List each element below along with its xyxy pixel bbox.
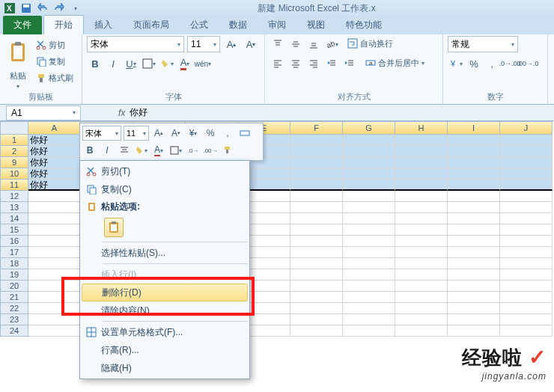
mini-fill-color-icon[interactable]: ▾ [134,143,149,158]
redo-icon[interactable] [52,1,66,15]
cell[interactable] [28,202,81,213]
cell[interactable] [290,146,343,157]
tab-review[interactable]: 审阅 [258,16,296,34]
cell[interactable] [500,157,553,168]
decrease-indent-icon[interactable] [323,55,340,72]
undo-icon[interactable] [36,1,49,15]
bold-button[interactable]: B [87,55,103,72]
cell[interactable] [343,314,395,325]
font-size-selector[interactable]: 11 ▾ [187,36,220,52]
cell[interactable] [343,258,395,269]
cell[interactable] [290,180,343,191]
cell[interactable] [28,281,81,292]
mini-percent-icon[interactable]: % [203,126,218,141]
fill-color-button[interactable]: ▾ [159,55,175,72]
cell[interactable] [290,191,343,202]
cell[interactable] [28,236,81,247]
menu-row-height[interactable]: 行高(R)... [82,341,248,359]
cell[interactable] [500,213,553,224]
cell[interactable] [28,269,81,281]
mini-comma-icon[interactable]: , [220,126,235,141]
align-middle-icon[interactable] [287,36,304,52]
cell[interactable] [500,247,553,258]
cell[interactable] [290,269,343,281]
tab-home[interactable]: 开始 [43,15,84,34]
cell[interactable] [448,269,500,281]
col-header[interactable]: A [28,121,81,135]
mini-font-selector[interactable]: 宋体▾ [82,126,121,141]
cell[interactable] [500,314,553,325]
cell[interactable] [290,236,343,247]
row-header[interactable]: 18 [0,258,28,269]
cell[interactable] [448,303,500,314]
align-left-icon[interactable] [270,55,286,72]
align-top-icon[interactable] [270,36,286,52]
menu-clear-contents[interactable]: 清除内容(N) [82,301,248,319]
menu-copy[interactable]: 复制(C) [82,180,248,198]
cell[interactable] [343,281,395,292]
paste-default-icon[interactable] [104,218,124,237]
row-header[interactable]: 19 [0,269,28,281]
cell[interactable] [28,303,81,314]
cell[interactable] [500,146,553,157]
cell[interactable] [28,314,81,325]
row-header[interactable]: 11 [0,180,28,191]
cell[interactable] [395,325,448,337]
cell[interactable] [448,281,500,292]
increase-decimal-icon[interactable]: .0→.00 [502,55,518,72]
cell[interactable] [500,168,553,180]
cell[interactable]: 你好 [28,146,81,157]
cell[interactable] [290,303,343,314]
row-header[interactable]: 23 [0,314,28,325]
col-header[interactable]: G [343,121,395,135]
cell[interactable]: 你好 [28,180,81,191]
formula-input[interactable]: 你好 [130,106,147,119]
phonetic-button[interactable]: wén▾ [195,55,211,72]
mini-merge-icon[interactable] [237,126,252,141]
cell[interactable] [395,224,448,236]
cell[interactable] [448,292,500,303]
cell[interactable] [343,202,395,213]
cell[interactable]: 你好 [28,168,81,180]
cell[interactable] [448,180,500,191]
cell[interactable] [448,213,500,224]
cell[interactable] [395,202,448,213]
cell[interactable] [500,224,553,236]
cell[interactable] [343,325,395,337]
border-button[interactable]: ▾ [141,55,157,72]
mini-decrease-font-icon[interactable]: A▾ [168,126,183,141]
percent-icon[interactable]: % [466,55,482,72]
cell[interactable] [343,168,395,180]
tab-special[interactable]: 特色功能 [335,16,392,34]
row-header[interactable]: 10 [0,168,28,180]
cell[interactable] [290,157,343,168]
cell[interactable] [500,180,553,191]
cell[interactable] [448,236,500,247]
select-all-corner[interactable] [0,121,28,135]
increase-font-icon[interactable]: A▴ [223,36,240,52]
row-header[interactable]: 12 [0,191,28,202]
underline-button[interactable]: U▾ [123,55,139,72]
cell[interactable] [290,325,343,337]
name-box[interactable]: A1 ▾ [6,105,81,120]
cell[interactable] [500,292,553,303]
cell[interactable] [500,281,553,292]
cell[interactable] [290,168,343,180]
mini-format-painter-icon[interactable] [220,143,235,158]
tab-data[interactable]: 数据 [219,16,258,34]
cell[interactable] [343,157,395,168]
menu-delete-row[interactable]: 删除行(D) [82,284,248,301]
cell[interactable] [395,247,448,258]
cell[interactable] [343,292,395,303]
col-header[interactable]: H [395,121,448,135]
paste-dropdown-icon[interactable]: ▾ [16,83,19,90]
cell[interactable] [448,202,500,213]
tab-view[interactable]: 视图 [296,16,335,34]
mini-font-color-icon[interactable]: A▾ [151,143,166,158]
cell[interactable] [343,224,395,236]
number-format-selector[interactable]: 常规 ▾ [448,36,518,52]
cell[interactable] [395,213,448,224]
cell[interactable] [343,269,395,281]
tab-insert[interactable]: 插入 [84,16,123,34]
cell[interactable] [395,191,448,202]
